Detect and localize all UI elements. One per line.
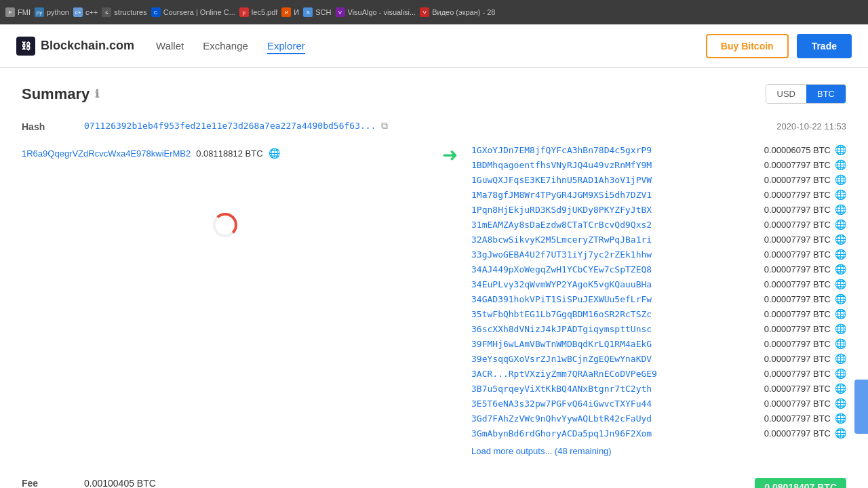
tx-layout: 1R6a9QqegrVZdRcvcWxa4E978kwiErMB2 0.0811… xyxy=(22,142,846,456)
output-addr-14[interactable]: 39eYsqqGXoVsrZJn1wBCjnZgEQEwYnaKDV xyxy=(471,354,652,364)
globe-icon-15: 🌐 xyxy=(835,368,846,379)
output-addr-19[interactable]: 3GmAbynBd6rdGhoryACDa5pq1Jn96F2Xom xyxy=(471,428,652,439)
output-amount-6: 0.00007797 BTC 🌐 xyxy=(764,234,846,245)
output-addr-5[interactable]: 31mEAMZAy8sDaEzdw8CTaTCrBcvQd9Qxs2 xyxy=(471,220,652,230)
browser-tab-cpp[interactable]: c+ c++ xyxy=(73,7,98,17)
browser-tab-video[interactable]: V Видео (экран) - 28 xyxy=(420,7,495,17)
output-addr-10[interactable]: 34GAD391hokVPiT1SiSPuJEXWUu5efLrFw xyxy=(471,294,652,304)
globe-icon-12: 🌐 xyxy=(835,323,846,334)
output-amount-16: 0.00007797 BTC 🌐 xyxy=(764,383,846,394)
tab-icon-visusalgo: V xyxy=(336,7,345,17)
tab-label-coursera: Coursera | Online C... xyxy=(163,8,235,16)
browser-tab-visusalgo[interactable]: V VisuAlgo - visualisi... xyxy=(336,7,416,17)
globe-icon-2: 🌐 xyxy=(835,174,846,185)
copy-icon[interactable]: ⧉ xyxy=(381,120,388,131)
output-btc-18: 0.00007797 BTC xyxy=(764,413,831,424)
output-addr-15[interactable]: 3ACR...RptVXziyZmm7QRAaRnECoDVPeGE9 xyxy=(471,369,657,379)
tab-label-structures: structures xyxy=(114,8,146,16)
output-addr-13[interactable]: 39FMHj6wLAmVBwTnWMDBqdKrLQ1RM4aEkG xyxy=(471,339,652,349)
globe-icon-19: 🌐 xyxy=(835,428,846,439)
output-row-11: 35twFbQhbtEG1Lb7GgqBDM16oSR2RcTSZc 0.000… xyxy=(471,306,846,321)
globe-icon-17: 🌐 xyxy=(835,398,846,409)
btc-button[interactable]: BTC xyxy=(806,85,846,103)
globe-icon-4: 🌐 xyxy=(835,204,846,215)
globe-icon-0: 🌐 xyxy=(835,144,846,155)
output-addr-16[interactable]: 3B7u5qrqeyViXtKkBQ4ANxBtgnr7tC2yth xyxy=(471,384,652,394)
output-row-13: 39FMHj6wLAmVBwTnWMDBqdKrLQ1RM4aEkG 0.000… xyxy=(471,336,846,351)
output-btc-12: 0.00007797 BTC xyxy=(764,324,831,334)
output-amount-7: 0.00007797 BTC 🌐 xyxy=(764,249,846,260)
output-row-6: 32A8bcwSikvyK2M5LmceryZTRwPqJBa1ri 0.000… xyxy=(471,232,846,247)
tab-icon-И: И xyxy=(281,7,291,17)
output-btc-0: 0.00006075 BTC xyxy=(764,145,831,155)
globe-icon-16: 🌐 xyxy=(835,383,846,394)
output-btc-11: 0.00007797 BTC xyxy=(764,309,831,319)
fee-values: 0.00100405 BTC (42,294 sat/B · 10,573 sa… xyxy=(84,478,242,488)
tab-label-И: И xyxy=(294,8,299,16)
output-addr-18[interactable]: 3Gd7FAhZzVWc9nQhvYywAQLbtR42cFaUyd xyxy=(471,413,652,424)
output-amount-12: 0.00007797 BTC 🌐 xyxy=(764,323,846,334)
hash-row: Hash 071126392b1eb4f953fed21e11e73d268a7… xyxy=(22,120,846,134)
input-address-link[interactable]: 1R6a9QqegrVZdRcvcWxa4E978kwiErMB2 xyxy=(22,148,191,159)
nav-exchange[interactable]: Exchange xyxy=(203,37,248,54)
output-addr-4[interactable]: 1Pqn8HjEkjuRD3KSd9jUKDy8PKYZFyJtBX xyxy=(471,205,652,215)
output-row-10: 34GAD391hokVPiT1SiSPuJEXWUu5efLrFw 0.000… xyxy=(471,291,846,306)
globe-icon-5: 🌐 xyxy=(835,219,846,230)
browser-tab-И[interactable]: И И xyxy=(281,7,299,17)
browser-tab-fmi[interactable]: F FMI xyxy=(5,7,31,17)
output-amount-13: 0.00007797 BTC 🌐 xyxy=(764,338,846,349)
nav-wallet[interactable]: Wallet xyxy=(156,37,184,54)
nav-links: Wallet Exchange Explorer xyxy=(156,37,684,54)
scroll-hint[interactable] xyxy=(854,380,868,434)
browser-tab-coursera[interactable]: C Coursera | Online C... xyxy=(151,7,235,17)
tab-label-sch: SCH xyxy=(315,8,331,16)
output-addr-2[interactable]: 1GuwQXJFqsE3KE7ihnU5RAD1Ah3oV1jPVW xyxy=(471,175,652,185)
output-amount-10: 0.00007797 BTC 🌐 xyxy=(764,293,846,304)
browser-tab-python[interactable]: py python xyxy=(35,7,69,17)
output-addr-3[interactable]: 1Ma78gfJM8Wr4TPyGR4JGM9XSi5dh7DZV1 xyxy=(471,190,652,200)
browser-bar: F FMI py python c+ c++ s structures C Co… xyxy=(0,0,868,24)
globe-icon-13: 🌐 xyxy=(835,338,846,349)
tab-icon-pdf: p xyxy=(239,7,249,17)
tab-icon-structures: s xyxy=(102,7,111,17)
globe-icon-10: 🌐 xyxy=(835,293,846,304)
browser-tab-sch[interactable]: S SCH xyxy=(303,7,331,17)
usd-button[interactable]: USD xyxy=(766,85,806,103)
load-more-link[interactable]: Load more outputs... (48 remaining) xyxy=(471,446,612,456)
output-btc-9: 0.00007797 BTC xyxy=(764,279,831,289)
output-btc-13: 0.00007797 BTC xyxy=(764,339,831,349)
output-row-12: 36scXXh8dVNizJ4kJPADTgiqymspttUnsc 0.000… xyxy=(471,321,846,336)
globe-icon-8: 🌐 xyxy=(835,264,846,274)
navbar-actions: Buy Bitcoin Trade xyxy=(706,34,852,58)
output-addr-9[interactable]: 34EuPLvy32qWvmWYP2YAgoK5vgKQauuBHa xyxy=(471,279,652,289)
output-btc-15: 0.00007797 BTC xyxy=(764,369,831,379)
output-addr-1[interactable]: 1BDMhqagoentfhsVNyRJQ4u49vzRnMfY9M xyxy=(471,160,652,170)
output-row-1: 1BDMhqagoentfhsVNyRJQ4u49vzRnMfY9M 0.000… xyxy=(471,157,846,172)
info-icon[interactable]: ℹ xyxy=(95,87,99,100)
buy-bitcoin-button[interactable]: Buy Bitcoin xyxy=(706,34,789,58)
output-amount-3: 0.00007797 BTC 🌐 xyxy=(764,189,846,200)
output-addr-12[interactable]: 36scXXh8dVNizJ4kJPADTgiqymspttUnsc xyxy=(471,324,652,334)
timestamp-text: 2020-10-22 11:53 xyxy=(776,120,846,131)
nav-explorer[interactable]: Explorer xyxy=(267,37,305,54)
summary-title-text: Summary xyxy=(22,85,90,103)
trade-button[interactable]: Trade xyxy=(797,34,852,58)
loading-spinner xyxy=(213,213,237,237)
output-row-2: 1GuwQXJFqsE3KE7ihnU5RAD1Ah3oV1jPVW 0.000… xyxy=(471,172,846,187)
browser-tab-pdf[interactable]: p lec5.pdf xyxy=(239,7,278,17)
output-addr-17[interactable]: 3E5T6eNA3s32pw7PGFvQ64iGwvcTXYFu44 xyxy=(471,399,652,409)
tab-label-python: python xyxy=(47,8,69,16)
output-addr-7[interactable]: 33gJwoGEBA4U2f7UT31iYj7yc2rZEk1hhw xyxy=(471,249,652,260)
globe-icon-18: 🌐 xyxy=(835,413,846,424)
output-row-3: 1Ma78gfJM8Wr4TPyGR4JGM9XSi5dh7DZV1 0.000… xyxy=(471,187,846,202)
output-amount-19: 0.00007797 BTC 🌐 xyxy=(764,428,846,439)
output-addr-0[interactable]: 1GXoYJDn7EM8jfQYFcA3hBn78D4c5gxrP9 xyxy=(471,145,652,155)
browser-tab-structures[interactable]: s structures xyxy=(102,7,146,17)
output-addr-8[interactable]: 34AJ449pXoWegqZwH1YCbCYEw7cSpTZEQ8 xyxy=(471,264,652,274)
output-row-18: 3Gd7FAhZzVWc9nQhvYywAQLbtR42cFaUyd 0.000… xyxy=(471,411,846,426)
output-addr-11[interactable]: 35twFbQhbtEG1Lb7GgqBDM16oSR2RcTSZc xyxy=(471,309,652,319)
globe-icon-14: 🌐 xyxy=(835,353,846,364)
output-addr-6[interactable]: 32A8bcwSikvyK2M5LmceryZTRwPqJBa1ri xyxy=(471,235,652,245)
output-btc-5: 0.00007797 BTC xyxy=(764,220,831,230)
output-btc-10: 0.00007797 BTC xyxy=(764,294,831,304)
